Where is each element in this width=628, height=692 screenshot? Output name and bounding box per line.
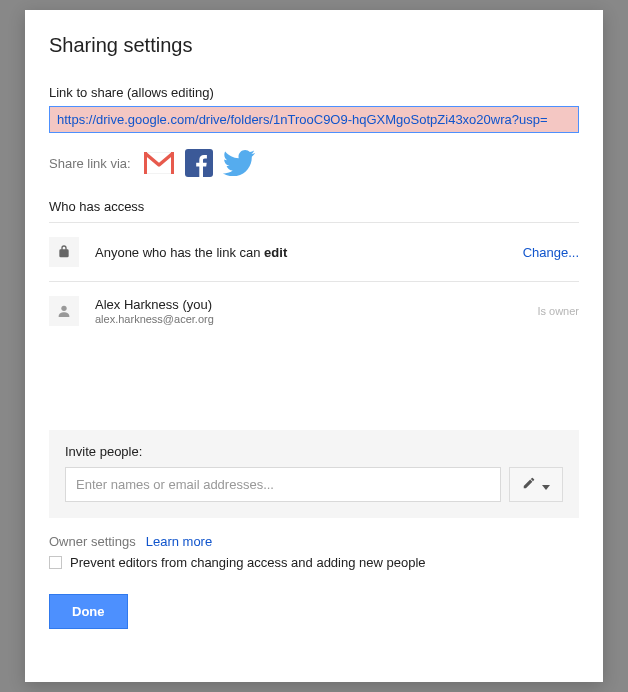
- done-button[interactable]: Done: [49, 594, 128, 629]
- pencil-icon: [522, 476, 536, 494]
- prevent-editors-row: Prevent editors from changing access and…: [49, 555, 579, 570]
- svg-point-4: [61, 306, 66, 311]
- permission-dropdown-button[interactable]: [509, 467, 563, 502]
- share-via-label: Share link via:: [49, 156, 131, 171]
- svg-rect-2: [171, 152, 174, 174]
- owner-role: Is owner: [537, 305, 579, 317]
- caret-down-icon: [542, 476, 550, 494]
- person-icon: [49, 296, 79, 326]
- invite-section: Invite people:: [49, 430, 579, 518]
- prevent-editors-label: Prevent editors from changing access and…: [70, 555, 426, 570]
- prevent-editors-checkbox[interactable]: [49, 556, 62, 569]
- access-row-anyone: Anyone who has the link can edit Change.…: [49, 223, 579, 282]
- learn-more-link[interactable]: Learn more: [146, 534, 212, 549]
- access-anyone-permission: edit: [264, 245, 287, 260]
- owner-name: Alex Harkness (you): [95, 297, 537, 312]
- share-link-input[interactable]: [49, 106, 579, 133]
- invite-input[interactable]: [65, 467, 501, 502]
- link-access-icon: [49, 237, 79, 267]
- gmail-icon[interactable]: [143, 147, 175, 179]
- dialog-title: Sharing settings: [49, 34, 579, 57]
- change-access-link[interactable]: Change...: [523, 245, 579, 260]
- svg-rect-1: [144, 152, 147, 174]
- invite-row: [65, 467, 563, 502]
- who-has-access-heading: Who has access: [49, 199, 579, 214]
- access-row-owner: Alex Harkness (you) alex.harkness@acer.o…: [49, 282, 579, 340]
- invite-label: Invite people:: [65, 444, 563, 459]
- owner-settings-label: Owner settings: [49, 534, 136, 549]
- access-anyone-prefix: Anyone who has the link can: [95, 245, 264, 260]
- share-via-row: Share link via:: [49, 147, 579, 179]
- owner-email: alex.harkness@acer.org: [95, 313, 537, 325]
- owner-info: Alex Harkness (you) alex.harkness@acer.o…: [95, 297, 537, 325]
- twitter-icon[interactable]: [223, 147, 255, 179]
- owner-settings-row: Owner settings Learn more: [49, 534, 579, 549]
- access-anyone-text: Anyone who has the link can edit: [95, 245, 523, 260]
- link-label: Link to share (allows editing): [49, 85, 579, 100]
- sharing-settings-dialog: Sharing settings Link to share (allows e…: [25, 10, 603, 682]
- facebook-icon[interactable]: [183, 147, 215, 179]
